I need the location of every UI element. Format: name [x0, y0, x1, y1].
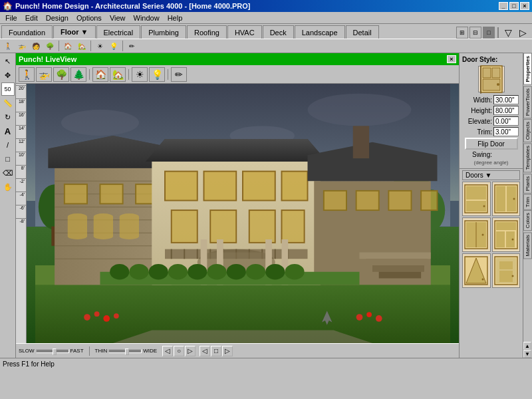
view-btn-3[interactable]: ▷	[222, 346, 233, 356]
tool-text[interactable]: A	[1, 124, 15, 138]
view-3d-button[interactable]: □	[483, 27, 495, 39]
svg-point-93	[246, 264, 265, 279]
tool-car[interactable]: 🌳	[43, 40, 57, 52]
view-btn-2[interactable]: □	[211, 346, 221, 356]
menu-view[interactable]: View	[106, 13, 130, 23]
lv-tree2-tool[interactable]: 🌲	[70, 67, 86, 82]
tab-plumbing[interactable]: Plumbing	[141, 25, 186, 39]
menu-options[interactable]: Options	[72, 13, 106, 23]
tool-line[interactable]: /	[1, 138, 15, 152]
rtab-materials[interactable]: Materials	[523, 232, 532, 259]
lv-walk-tool[interactable]: 🚶	[19, 67, 35, 82]
flip-door-button[interactable]: Flip Door	[465, 138, 518, 150]
nav-right-button[interactable]: ▷	[516, 27, 529, 39]
rtab-plants[interactable]: Plants	[523, 174, 532, 194]
svg-point-109	[497, 83, 499, 86]
menu-window[interactable]: Window	[130, 13, 164, 23]
window-controls[interactable]: _ □ ×	[499, 2, 529, 10]
tool-house[interactable]: 🏠	[61, 40, 74, 52]
svg-point-113	[483, 205, 485, 207]
scroll-up-button[interactable]: ▲	[523, 342, 531, 350]
svg-rect-48	[249, 210, 275, 243]
rtab-templates[interactable]: Templates	[523, 143, 532, 172]
door-style-icon[interactable]	[478, 66, 505, 92]
tab-detail[interactable]: Detail	[346, 25, 379, 39]
rtab-colors[interactable]: Colors	[523, 210, 532, 231]
tab-floor[interactable]: Floor ▼	[53, 25, 95, 39]
tab-roofing[interactable]: Roofing	[187, 25, 227, 39]
liveview-close-button[interactable]: ×	[447, 55, 456, 63]
width-slider-thumb[interactable]	[125, 348, 129, 355]
tab-electrical[interactable]: Electrical	[96, 25, 141, 39]
ruler-mark: 14'	[16, 125, 26, 138]
door-thumb-6[interactable]	[492, 253, 521, 288]
tab-hvac[interactable]: HVAC	[227, 25, 262, 39]
height-label: Height:	[462, 107, 492, 114]
menu-help[interactable]: Help	[164, 13, 187, 23]
view-btn-1[interactable]: ◁	[200, 346, 210, 356]
menu-edit[interactable]: Edit	[21, 13, 42, 23]
tool-sun[interactable]: ☀	[93, 40, 106, 52]
nav-arrow-button[interactable]: ▽	[501, 27, 515, 39]
tool-measure[interactable]: 📏	[1, 96, 15, 110]
view-split-button[interactable]: ⊟	[469, 27, 481, 39]
width-slider-track[interactable]	[108, 349, 142, 353]
lv-house-tool[interactable]: 🏠	[92, 67, 108, 82]
door-thumb-2[interactable]	[492, 182, 521, 216]
tool-hand[interactable]: ✋	[1, 180, 15, 194]
height-value[interactable]: 80.00"	[493, 106, 519, 115]
speed-slider-thumb[interactable]	[53, 348, 57, 355]
nav-right[interactable]: ▷	[185, 346, 196, 356]
tool-eraser[interactable]: ⌫	[1, 166, 15, 180]
ruler-mark: -8'	[16, 218, 26, 231]
lv-bulb-tool[interactable]: 💡	[149, 67, 165, 82]
tool-house-alt[interactable]: 🏡	[75, 40, 88, 52]
fast-label: FAST	[70, 348, 84, 354]
lv-heli-tool[interactable]: 🚁	[36, 67, 52, 82]
speed-slider-track[interactable]	[36, 349, 69, 353]
view-grid-button[interactable]: ⊞	[456, 27, 468, 39]
trim-value[interactable]: 3.00"	[493, 127, 519, 136]
tool-rect[interactable]: □	[1, 152, 15, 166]
tool-fly[interactable]: 🚁	[15, 40, 29, 52]
door-thumb-1[interactable]	[462, 182, 491, 216]
door-thumb-3[interactable]	[462, 217, 491, 252]
tab-landscape[interactable]: Landscape	[295, 25, 345, 39]
tool-rotate[interactable]: ↻	[1, 110, 15, 124]
elevate-value[interactable]: 0.00"	[493, 116, 519, 126]
tool-bulb[interactable]: 💡	[107, 40, 120, 52]
maximize-button[interactable]: □	[509, 2, 519, 10]
rtab-trim[interactable]: Trim	[523, 194, 532, 210]
minimize-button[interactable]: _	[499, 2, 508, 10]
tool-pencil[interactable]: ✏	[125, 40, 138, 52]
tool-person[interactable]: 🧑	[29, 40, 43, 52]
width-value[interactable]: 30.00"	[493, 95, 519, 104]
door-thumb-5[interactable]	[462, 253, 491, 288]
scroll-down-button[interactable]: ▼	[523, 350, 531, 358]
svg-point-101	[366, 312, 372, 317]
speed-control[interactable]: SLOW FAST	[19, 348, 84, 354]
tool-select[interactable]: ↖	[1, 55, 15, 68]
tool-move[interactable]: ✥	[1, 68, 15, 82]
tool-zoom-in[interactable]: 50	[1, 82, 15, 96]
menu-design[interactable]: Design	[42, 13, 72, 23]
rtab-powertools[interactable]: PowerTools	[523, 86, 532, 118]
tab-deck[interactable]: Deck	[263, 25, 294, 39]
tool-walk[interactable]: 🚶	[1, 40, 15, 52]
menu-file[interactable]: File	[1, 13, 21, 23]
lv-pencil-tool[interactable]: ✏	[171, 67, 187, 82]
3d-viewport[interactable]	[27, 84, 459, 343]
rtab-objects[interactable]: Objects	[523, 119, 532, 142]
lv-house2-tool[interactable]: 🏡	[110, 67, 126, 82]
lv-sun-tool[interactable]: ☀	[132, 67, 148, 82]
door-thumb-4[interactable]	[492, 217, 521, 252]
ruler-mark: -2'	[16, 178, 26, 192]
lv-tree-tool[interactable]: 🌳	[53, 67, 69, 82]
nav-center[interactable]: ○	[174, 346, 184, 356]
width-control[interactable]: THIN WIDE	[95, 348, 158, 354]
doors-dropdown-header[interactable]: Doors ▼	[462, 170, 520, 180]
close-button[interactable]: ×	[520, 2, 529, 10]
tab-foundation[interactable]: Foundation	[1, 25, 53, 39]
rtab-properties[interactable]: Properties	[523, 53, 532, 85]
nav-left[interactable]: ◁	[162, 346, 173, 356]
